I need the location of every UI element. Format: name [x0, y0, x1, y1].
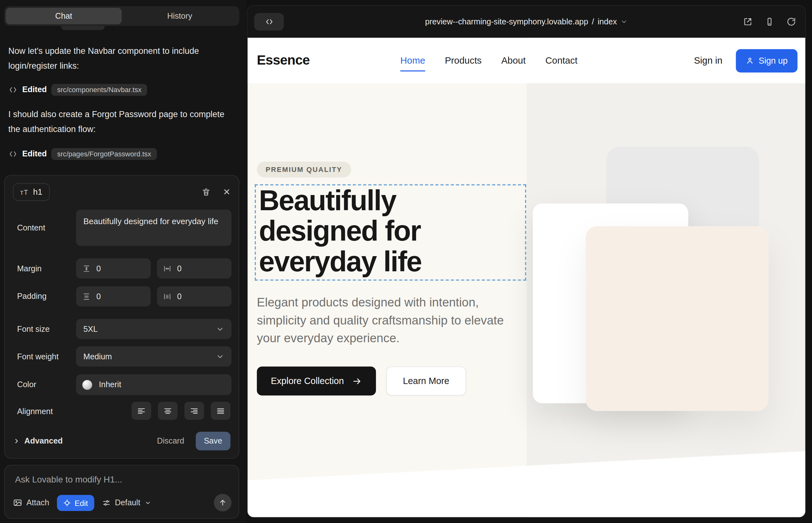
content-field[interactable]: Beautifully designed for everyday life: [76, 210, 231, 246]
chat-message: Now let's update the Navbar component to…: [8, 43, 232, 73]
delete-element-button[interactable]: [201, 187, 211, 197]
margin-vertical-value: 0: [96, 264, 101, 273]
chevron-down-icon[interactable]: [620, 18, 628, 25]
align-justify-icon: [216, 406, 225, 415]
padding-horizontal-input[interactable]: 0: [157, 286, 231, 306]
advanced-toggle[interactable]: Advanced: [13, 436, 63, 446]
chevron-down-icon: [216, 325, 224, 333]
edited-label: Edited: [22, 149, 47, 158]
edited-label: Edited: [22, 85, 47, 94]
save-button[interactable]: Save: [196, 432, 231, 451]
margin-vertical-input[interactable]: 0: [76, 258, 151, 278]
element-tag-label: h1: [33, 187, 42, 197]
alignment-buttons: [131, 402, 230, 420]
sign-in-button[interactable]: Sign in: [694, 55, 722, 66]
explore-collection-button[interactable]: Explore Collection: [257, 366, 376, 396]
hero-paragraph: Elegant products designed with intention…: [257, 293, 510, 347]
preview-topbar: preview--charming-site-symphony.lovable.…: [248, 6, 805, 38]
padding-label: Padding: [17, 292, 47, 301]
alignment-label: Alignment: [17, 407, 53, 416]
margin-horizontal-input[interactable]: 0: [157, 258, 231, 278]
align-left-icon: [137, 406, 146, 415]
advanced-label: Advanced: [24, 436, 63, 446]
hero-heading[interactable]: Beautifully designed for everyday life: [259, 185, 521, 277]
element-editor-panel: тT h1 ✕ Content Beautifully designed for…: [4, 175, 239, 459]
editor-header: тT h1 ✕: [13, 182, 231, 202]
learn-more-button[interactable]: Learn More: [386, 366, 466, 396]
site-logo[interactable]: Essence: [257, 52, 310, 68]
user-icon: [746, 56, 754, 65]
close-icon: ✕: [223, 188, 230, 197]
tab-chat[interactable]: Chat: [6, 8, 122, 24]
align-left-button[interactable]: [131, 402, 151, 420]
padding-vertical-input[interactable]: 0: [76, 286, 151, 306]
edited-file-row: Edited src/pages/ForgotPassword.tsx: [8, 147, 157, 161]
file-badge[interactable]: src/components/Navbar.tsx: [51, 84, 147, 96]
font-size-value: 5XL: [83, 324, 98, 333]
align-right-button[interactable]: [184, 402, 204, 420]
url-bar[interactable]: preview--charming-site-symphony.lovable.…: [248, 6, 805, 38]
margin-horizontal-value: 0: [177, 264, 181, 273]
element-tag[interactable]: тT h1: [13, 183, 50, 201]
padding-vertical-value: 0: [96, 292, 101, 301]
color-select[interactable]: Inherit: [76, 374, 231, 395]
h1-selection-outline[interactable]: Beautifully designed for everyday life: [255, 184, 526, 281]
align-center-button[interactable]: [158, 402, 178, 420]
editor-header-actions: ✕: [201, 187, 231, 197]
nav-auth: Sign in Sign up: [694, 38, 797, 83]
attach-button[interactable]: Attach: [13, 498, 49, 507]
chat-composer: Attach Edit Default: [4, 465, 239, 519]
default-mode-button[interactable]: Default: [102, 498, 152, 507]
font-weight-value: Medium: [83, 352, 112, 361]
composer-toolbar: Attach Edit Default: [13, 494, 231, 511]
target-icon: [63, 499, 71, 507]
sliders-icon: [102, 498, 111, 507]
url-path: index: [598, 17, 617, 26]
explore-collection-label: Explore Collection: [271, 376, 344, 386]
color-value: Inherit: [99, 380, 121, 389]
open-in-new-tab-button[interactable]: [743, 17, 753, 26]
sign-up-button[interactable]: Sign up: [736, 49, 798, 72]
edit-mode-button[interactable]: Edit: [57, 494, 94, 511]
horizontal-spacing-icon: [163, 264, 171, 273]
code-icon: [8, 86, 17, 94]
edited-file-row: Edited src/components/Navbar.tsx: [8, 83, 147, 96]
nav-link-home[interactable]: Home: [400, 55, 425, 66]
chevron-right-icon: [13, 437, 20, 445]
font-weight-label: Font weight: [17, 352, 58, 361]
tab-history[interactable]: History: [122, 8, 237, 24]
nav-link-products[interactable]: Products: [445, 55, 482, 66]
composer-input[interactable]: [15, 474, 228, 485]
mobile-view-button[interactable]: [765, 17, 774, 26]
align-center-icon: [163, 406, 172, 415]
padding-horizontal-value: 0: [177, 292, 181, 301]
nav-link-about[interactable]: About: [501, 55, 526, 66]
hero-cta-row: Explore Collection Learn More: [257, 366, 466, 396]
margin-label: Margin: [17, 264, 41, 273]
chat-message: I should also create a Forgot Password p…: [8, 107, 232, 137]
refresh-icon: [787, 17, 796, 26]
align-justify-button[interactable]: [211, 402, 231, 420]
file-badge[interactable]: src/pages/ForgotPassword.tsx: [51, 148, 157, 160]
site-navbar: Essence Home Products About Contact Sign…: [248, 38, 805, 83]
decorative-card-cream: [586, 227, 768, 411]
horizontal-padding-icon: [163, 292, 171, 301]
site-nav: Home Products About Contact: [400, 38, 577, 83]
topbar-actions: [743, 6, 796, 38]
chevron-down-icon: [216, 353, 224, 361]
external-link-icon: [743, 17, 753, 26]
chat-history-tabs: Chat History: [4, 6, 239, 26]
discard-button[interactable]: Discard: [157, 436, 184, 446]
send-button[interactable]: [214, 494, 231, 511]
editor-footer: Advanced Discard Save: [13, 431, 231, 451]
nav-link-contact[interactable]: Contact: [545, 55, 577, 66]
font-size-select[interactable]: 5XL: [76, 319, 231, 339]
preview-url: preview--charming-site-symphony.lovable.…: [425, 17, 588, 26]
chat-panel: Chat History Now let's update the Navbar…: [0, 0, 246, 523]
url-separator: /: [592, 17, 594, 26]
refresh-button[interactable]: [787, 17, 796, 26]
attach-label: Attach: [26, 498, 49, 507]
site-preview: Essence Home Products About Contact Sign…: [248, 38, 805, 517]
font-weight-select[interactable]: Medium: [76, 346, 231, 366]
close-editor-button[interactable]: ✕: [223, 188, 230, 197]
